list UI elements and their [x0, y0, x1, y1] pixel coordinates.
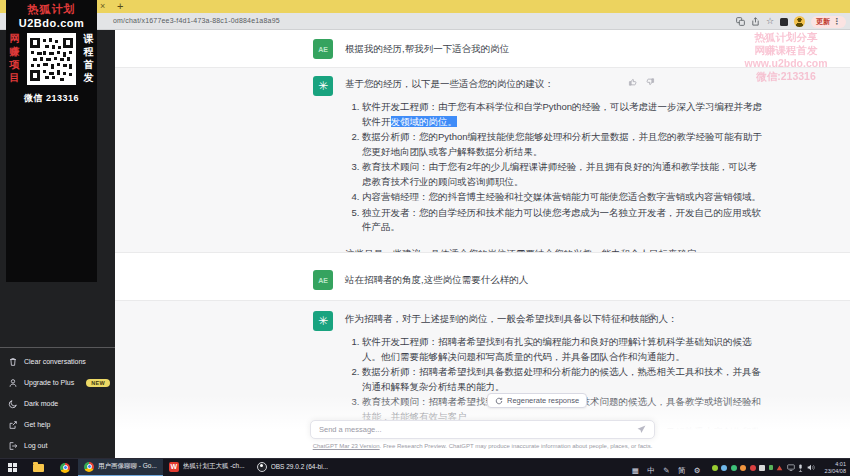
- list-item: 软件开发工程师：招聘者希望找到有扎实的编程能力和良好的理解计算机科学基础知识的候…: [362, 335, 765, 364]
- assistant-avatar: ✳: [313, 311, 333, 331]
- update-button[interactable]: 更新 ⋮: [811, 16, 846, 28]
- address-bar[interactable]: om/chat/x1677ee3-f4d1-473a-88c1-0d884e1a…: [0, 13, 850, 30]
- task-label: 热狐计划王大狐 -ch...: [183, 462, 245, 471]
- ime-simplified-icon[interactable]: 简: [678, 466, 686, 475]
- file-explorer-button[interactable]: [25, 459, 52, 476]
- tray-display-icon[interactable]: [787, 464, 795, 471]
- assistant-intro: 作为招聘者，对于上述提到的岗位，一般会希望找到具备以下特征和技能的人：: [345, 311, 765, 326]
- obs-icon: [257, 462, 267, 472]
- ime-indicator[interactable]: ▦ 中 ✎ 简 ⚙: [628, 459, 701, 476]
- new-tab-button[interactable]: +: [117, 0, 123, 13]
- task-button-wps[interactable]: W 热狐计划王大狐 -ch...: [163, 459, 251, 476]
- list-item: 独立开发者：您的自学经历和技术能力可以使您考虑成为一名独立开发者，开发自己的应用…: [362, 206, 765, 235]
- overlay-site: U2Bdo.com: [6, 17, 97, 29]
- browser-toolbar-icons: ☆ 更新 ⋮: [736, 15, 846, 28]
- task-label: 用户画像聊聊 - Go...: [98, 462, 157, 471]
- moon-icon: [8, 399, 18, 409]
- suggestion-list: 软件开发工程师：由于您有本科学位和自学Python的经验，可以考虑进一步深入学习…: [345, 100, 765, 235]
- assistant-avatar: ✳: [313, 76, 333, 96]
- list-item: 内容营销经理：您的抖音博主经验和社交媒体营销能力可能使您适合数字营销或内容营销领…: [362, 190, 765, 205]
- sidebar-menu: Clear conversations Upgrade to Plus NEW …: [0, 347, 115, 458]
- qr-code-image: [27, 33, 76, 85]
- list-item-text: 数据分析师：招聘者希望找到具备数据处理和分析能力的候选人，熟悉相关工具和技术，并…: [362, 366, 761, 392]
- browser-menu-icon[interactable]: ⋮: [833, 17, 841, 26]
- tab-close-icon[interactable]: ×: [100, 0, 105, 13]
- external-link-icon: [8, 420, 18, 430]
- assistant-outro: 这些只是一些建议，具体适合您的岗位还需要结合您的兴趣、能力和个人目标来确定。: [345, 246, 765, 254]
- openai-logo-icon: ✳: [318, 314, 328, 328]
- wps-icon: W: [169, 462, 179, 472]
- bookmark-star-icon[interactable]: ☆: [766, 17, 774, 26]
- ime-settings-icon[interactable]: ⚙: [694, 466, 701, 475]
- browser-tab-strip: × +: [0, 0, 850, 13]
- screen: × + om/chat/x1677ee3-f4d1-473a-88c1-0d88…: [0, 0, 850, 476]
- footer-version-link[interactable]: ChatGPT Mar 23 Version: [313, 443, 380, 449]
- ime-grid-icon: ▦: [632, 466, 639, 475]
- selection-highlight: 发领域的岗位。: [391, 116, 458, 127]
- sidebar-item-label: Dark mode: [24, 400, 58, 407]
- regenerate-button[interactable]: Regenerate response: [487, 393, 587, 408]
- message-text: 站在招聘者的角度,这些岗位需要什么样的人: [345, 272, 765, 287]
- footer-disclaimer: . Free Research Preview. ChatGPT may pro…: [380, 443, 653, 449]
- user-avatar: AE: [313, 270, 333, 290]
- regenerate-label: Regenerate response: [507, 396, 579, 405]
- file-explorer-icon: [33, 464, 44, 472]
- task-button-chrome[interactable]: 用户画像聊聊 - Go...: [78, 459, 163, 476]
- chrome-icon: [60, 463, 70, 473]
- tray-icon[interactable]: [769, 465, 773, 470]
- url-text[interactable]: om/chat/x1677ee3-f4d1-473a-88c1-0d884e1a…: [113, 17, 280, 24]
- sidebar-item-upgrade-to-plus[interactable]: Upgrade to Plus NEW: [0, 372, 115, 393]
- windows-icon: [8, 463, 17, 472]
- tray-icon[interactable]: [750, 465, 756, 471]
- sidebar-item-label: Get help: [24, 421, 50, 428]
- logout-icon: [8, 441, 18, 451]
- tray-mic-icon[interactable]: [798, 464, 803, 472]
- sidebar-item-label: Log out: [24, 442, 47, 449]
- tray-icon[interactable]: [759, 465, 765, 471]
- task-button-obs[interactable]: OBS 29.0.2 (64-bi...: [251, 459, 334, 476]
- sidebar-item-dark-mode[interactable]: Dark mode: [0, 393, 115, 414]
- browser-profile-avatar[interactable]: [794, 16, 805, 27]
- list-item: 教育技术顾问：由于您有2年的少儿编程课讲师经验，并且拥有良好的沟通和教学技能，可…: [362, 160, 765, 189]
- message-input[interactable]: [319, 425, 637, 434]
- update-label: 更新: [816, 17, 830, 27]
- start-button[interactable]: [0, 459, 25, 476]
- assistant-intro: 基于您的经历，以下是一些适合您的岗位的建议：: [345, 76, 765, 91]
- send-icon[interactable]: [637, 425, 646, 434]
- chat-footer: ChatGPT Mar 23 Version. Free Research Pr…: [115, 443, 850, 449]
- qr-middle: 网赚项目: [6, 32, 97, 88]
- tray-speaker-icon[interactable]: [807, 464, 815, 471]
- chrome-pinned-button[interactable]: [52, 459, 78, 476]
- sidebar-item-clear-conversations[interactable]: Clear conversations: [0, 351, 115, 372]
- user-icon: [8, 378, 18, 388]
- chrome-icon: [84, 462, 94, 472]
- ime-pen-icon[interactable]: ✎: [663, 466, 669, 475]
- ime-language-icon[interactable]: 中: [647, 466, 655, 475]
- overlay-right-text: 课程首发: [83, 32, 94, 84]
- tray-icon[interactable]: [740, 465, 746, 471]
- overlay-wechat: 微信 213316: [6, 92, 97, 105]
- list-item: 数据分析师：招聘者希望找到具备数据处理和分析能力的候选人，熟悉相关工具和技术，并…: [362, 365, 765, 394]
- sidebar-item-log-out[interactable]: Log out: [0, 435, 115, 456]
- list-item: 数据分析师：您的Python编程技能使您能够处理和分析大量数据，并且您的教学经验…: [362, 130, 765, 159]
- sidebar-item-get-help[interactable]: Get help: [0, 414, 115, 435]
- tray-icon[interactable]: [731, 465, 737, 471]
- extensions-icon[interactable]: [780, 18, 788, 26]
- user-avatar: AE: [313, 39, 333, 59]
- tray-clock[interactable]: 4:01 23/04/08: [825, 461, 846, 474]
- message-input-container: [310, 420, 655, 439]
- list-item-text: 独立开发者：您的自学经历和技术能力可以使您考虑成为一名独立开发者，开发自己的应用…: [362, 207, 761, 233]
- list-item-text: 内容营销经理：您的抖音博主经验和社交媒体营销能力可能使您适合数字营销或内容营销领…: [362, 191, 761, 202]
- overlay-left-text: 网赚项目: [9, 32, 20, 84]
- qr-promo-overlay: 热狐计划 U2Bdo.com 网赚项目: [6, 0, 97, 282]
- share-icon[interactable]: [751, 17, 760, 26]
- translate-icon[interactable]: [736, 17, 745, 26]
- clock-date: 23/04/08: [825, 468, 846, 475]
- tray-icon[interactable]: [712, 465, 718, 471]
- list-item-text: 教育技术顾问：由于您有2年的少儿编程课讲师经验，并且拥有良好的沟通和教学技能，可…: [362, 161, 757, 187]
- chat-area: AE 根据我的经历,帮我列一下适合我的岗位 ✳ 基于您的经历，以下是一些适合您的…: [115, 30, 850, 458]
- tray-icon[interactable]: [721, 465, 727, 471]
- message-text: 根据我的经历,帮我列一下适合我的岗位: [345, 41, 765, 56]
- overlay-title: 热狐计划: [6, 2, 97, 17]
- tray-volume-warning-icon[interactable]: [776, 464, 783, 471]
